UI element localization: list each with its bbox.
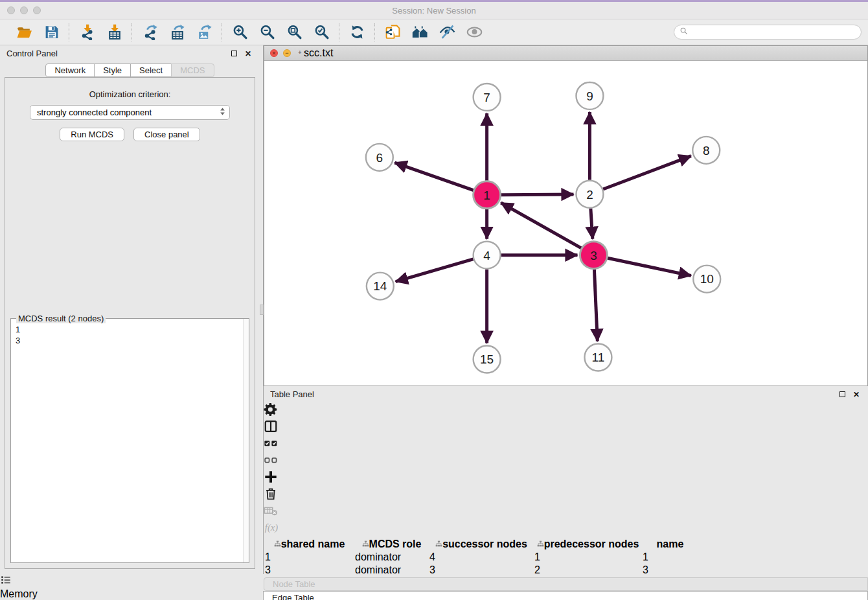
optimization-criterion-select[interactable]: strongly connected component: [30, 105, 230, 120]
export-network-icon[interactable]: [140, 23, 159, 42]
node-table[interactable]: shared nameMCDS rolesuccessor nodesprede…: [264, 537, 700, 577]
import-table-icon[interactable]: [104, 23, 124, 42]
import-network-icon[interactable]: [77, 23, 97, 42]
control-panel-header: Control Panel ✕: [0, 45, 260, 62]
column-header-name[interactable]: name: [643, 538, 698, 550]
edge-2-3[interactable]: [591, 209, 593, 239]
table-cell[interactable]: 1: [534, 551, 641, 563]
svg-text:10: 10: [700, 272, 714, 286]
node-10[interactable]: 10: [693, 266, 720, 293]
table-cell[interactable]: 4: [429, 551, 533, 563]
network-graph[interactable]: 7968124314101511: [264, 61, 867, 385]
svg-text:f(x): f(x): [265, 522, 278, 533]
status-bar: Memory: [0, 574, 868, 600]
control-panel-title: Control Panel: [6, 49, 225, 58]
zoom-selected-icon[interactable]: [312, 23, 331, 42]
table-cell[interactable]: 1: [643, 551, 698, 563]
table-cell[interactable]: 1: [265, 551, 354, 563]
node-6[interactable]: 6: [366, 144, 393, 171]
close-panel-icon[interactable]: ✕: [243, 49, 253, 59]
add-column-icon[interactable]: [264, 470, 868, 487]
close-panel-button[interactable]: Close panel: [133, 128, 200, 141]
column-header-mcds-role[interactable]: MCDS role: [355, 538, 428, 550]
float-panel-icon[interactable]: [229, 49, 239, 59]
eye-slash-icon[interactable]: [437, 23, 457, 42]
search-input[interactable]: [691, 28, 856, 37]
svg-text:4: 4: [483, 249, 490, 262]
panel-splitter[interactable]: [260, 45, 264, 574]
edge-3-1[interactable]: [501, 203, 581, 248]
export-image-icon[interactable]: [194, 23, 214, 42]
mcds-result-node[interactable]: 1: [16, 324, 243, 335]
copy-network-icon[interactable]: [383, 23, 402, 42]
node-8[interactable]: 8: [692, 137, 720, 164]
node-3[interactable]: 3: [580, 242, 607, 269]
show-columns-icon[interactable]: [264, 419, 868, 436]
zoom-in-icon[interactable]: [230, 23, 249, 42]
network-maximize-button[interactable]: +: [296, 49, 304, 57]
export-table-icon[interactable]: [167, 23, 187, 42]
edge-4-14[interactable]: [396, 259, 474, 282]
houses-icon[interactable]: [410, 23, 429, 42]
window-titlebar: Session: New Session: [0, 2, 868, 19]
zoom-out-icon[interactable]: [257, 23, 277, 42]
result-scrollbar[interactable]: [243, 319, 249, 562]
tab-select[interactable]: Select: [130, 63, 172, 77]
chevron-up-down-icon: [218, 107, 227, 118]
node-1[interactable]: 1: [474, 181, 501, 209]
zoom-fit-icon[interactable]: [284, 23, 304, 42]
settings-gear-icon[interactable]: [264, 402, 868, 419]
refresh-layout-icon[interactable]: [347, 23, 367, 42]
run-mcds-button[interactable]: Run MCDS: [60, 128, 124, 141]
eye-icon[interactable]: [464, 23, 484, 42]
edge-1-2[interactable]: [501, 194, 574, 195]
edge-2-8[interactable]: [603, 156, 691, 189]
save-icon[interactable]: [41, 23, 61, 42]
search-icon: [680, 27, 689, 38]
memory-button[interactable]: Memory: [0, 588, 868, 600]
table-cell[interactable]: dominator: [355, 551, 428, 563]
node-9[interactable]: 9: [576, 82, 603, 110]
network-close-button[interactable]: ×: [270, 49, 278, 57]
select-all-columns-icon[interactable]: [264, 436, 868, 453]
table-row[interactable]: 1dominator411: [265, 551, 699, 563]
node-4[interactable]: 4: [474, 242, 501, 269]
edge-3-10[interactable]: [608, 258, 691, 275]
mcds-result-list[interactable]: 13: [11, 319, 243, 562]
tab-style[interactable]: Style: [94, 63, 131, 77]
node-11[interactable]: 11: [584, 344, 611, 371]
unselect-all-columns-icon[interactable]: [264, 453, 868, 470]
close-table-panel-icon[interactable]: ✕: [851, 389, 862, 400]
column-header-successor-nodes[interactable]: successor nodes: [429, 538, 533, 550]
tab-network[interactable]: Network: [45, 63, 95, 77]
tab-mcds[interactable]: MCDS: [171, 63, 214, 77]
delete-column-icon[interactable]: [264, 487, 868, 503]
svg-text:3: 3: [590, 249, 597, 262]
delete-table-icon: [264, 503, 868, 520]
node-15[interactable]: 15: [474, 346, 501, 373]
node-14[interactable]: 14: [367, 273, 394, 300]
edge-1-6[interactable]: [394, 163, 473, 190]
column-header-predecessor-nodes[interactable]: predecessor nodes: [534, 538, 641, 550]
task-history-button[interactable]: [0, 574, 868, 588]
node-table-container: shared nameMCDS rolesuccessor nodesprede…: [264, 537, 868, 577]
float-table-panel-icon[interactable]: [837, 389, 847, 400]
org-chart-icon: [362, 538, 369, 549]
toolbar-group: [132, 23, 222, 42]
svg-text:15: 15: [480, 352, 494, 366]
network-minimize-button[interactable]: −: [283, 49, 291, 57]
mcds-result-node[interactable]: 3: [16, 335, 243, 346]
table-toolbar: f(x): [264, 402, 868, 537]
column-header-shared-name[interactable]: shared name: [265, 538, 354, 550]
node-7[interactable]: 7: [474, 84, 501, 111]
edge-3-11[interactable]: [594, 270, 597, 341]
main-toolbar: [0, 19, 868, 45]
open-folder-icon[interactable]: [14, 23, 34, 42]
node-2[interactable]: 2: [576, 181, 603, 208]
application-window: Session: New Session Control Panel ✕ Net…: [0, 0, 868, 600]
list-icon: [0, 577, 12, 588]
org-chart-icon: [537, 538, 544, 549]
splitter-handle[interactable]: [260, 305, 264, 315]
search-box[interactable]: [674, 25, 862, 40]
network-canvas[interactable]: 7968124314101511: [264, 61, 867, 387]
